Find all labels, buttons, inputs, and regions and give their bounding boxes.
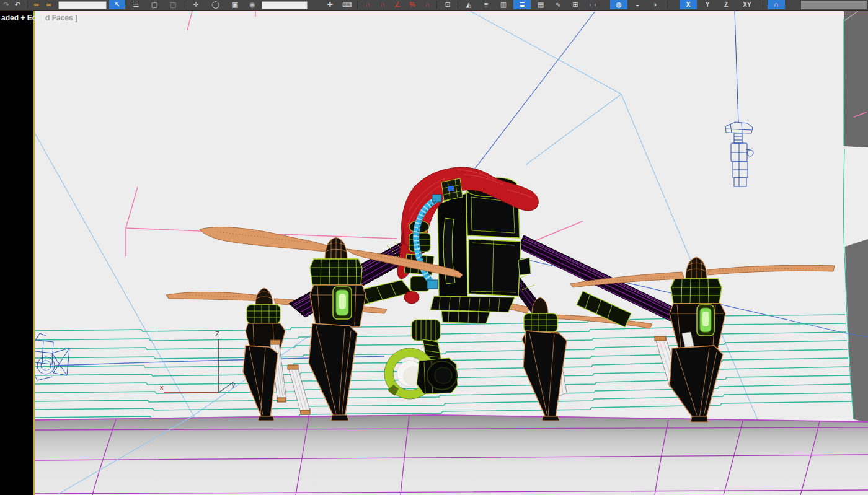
align-icon[interactable]: ≡ bbox=[479, 0, 494, 9]
percent-snap-icon[interactable]: % bbox=[405, 0, 419, 9]
docked-panel[interactable] bbox=[801, 1, 867, 9]
ground-plane[interactable] bbox=[34, 408, 868, 495]
left-viewport-panel[interactable] bbox=[0, 10, 33, 495]
graphite-ribbon-icon[interactable]: ▤ bbox=[533, 0, 548, 9]
axis-y-label: y bbox=[232, 381, 236, 388]
backdrop-dark-corner[interactable] bbox=[844, 11, 868, 147]
select-and-rotate-icon[interactable]: ◯ bbox=[207, 0, 224, 9]
snap-toggle-2d-icon[interactable]: ∩ bbox=[361, 0, 374, 9]
toggle-layer-explorer-icon[interactable]: ≣ bbox=[513, 0, 531, 9]
spinner-snap-icon[interactable]: ∩ bbox=[420, 0, 434, 9]
select-object-icon[interactable]: ↖ bbox=[109, 0, 125, 9]
keyboard-shortcut-override-icon[interactable]: ⌨ bbox=[340, 0, 355, 9]
viewport-canvas[interactable]: Z x y bbox=[0, 0, 868, 495]
rendered-frame-window-icon[interactable]: ▭ bbox=[585, 0, 600, 9]
select-and-manipulate-icon[interactable]: ✚ bbox=[322, 0, 337, 9]
xy-plane-constraint-button[interactable]: XY bbox=[737, 0, 758, 9]
redo-icon[interactable]: ↷ bbox=[1, 0, 11, 9]
angle-snap-icon[interactable]: ∠ bbox=[391, 0, 404, 9]
rectangular-selection-region-icon[interactable]: ▢ bbox=[146, 0, 162, 9]
y-axis-constraint-button[interactable]: Y bbox=[699, 0, 715, 9]
render-production-icon[interactable]: ◑ bbox=[647, 0, 662, 9]
reference-coordinate-system-combo[interactable] bbox=[262, 1, 308, 9]
snap-toggle-3d-icon[interactable]: ∩ bbox=[376, 0, 389, 9]
viewport-label-left-fragment: aded + Edge bbox=[1, 14, 45, 22]
axis-z-label: Z bbox=[215, 330, 219, 338]
selection-filter-combo[interactable] bbox=[58, 1, 107, 9]
z-axis-constraint-button[interactable]: Z bbox=[718, 0, 734, 9]
led-window-front-left bbox=[339, 294, 346, 309]
select-and-move-icon[interactable]: ✛ bbox=[187, 0, 205, 9]
undo-icon[interactable]: ↶ bbox=[12, 0, 22, 9]
active-viewport-border-left bbox=[33, 10, 35, 495]
fence-selection-region-icon[interactable]: ▢ bbox=[165, 0, 181, 9]
mirror-icon[interactable]: ◭ bbox=[461, 0, 476, 9]
main-toolbar: ↷ ↶ ∞ ∞ ↖ ☰ ▢ ▢ ✛ ◯ ▣ ◉ ✚ ⌨ ∩ ∩ ∠ % ∩ ⊡ … bbox=[0, 0, 868, 11]
viewport-shading-label[interactable]: aded + Edged Faces ] bbox=[1, 14, 78, 22]
3d-viewport-screen: ↷ ↶ ∞ ∞ ↖ ☰ ▢ ▢ ✛ ◯ ▣ ◉ ✚ ⌨ ∩ ∩ ∠ % ∩ ⊡ … bbox=[0, 0, 868, 495]
axis-x-label: x bbox=[160, 383, 164, 391]
schematic-view-icon[interactable]: ⊞ bbox=[568, 0, 583, 9]
x-axis-constraint-button[interactable]: X bbox=[680, 0, 697, 9]
select-and-scale-icon[interactable]: ▣ bbox=[227, 0, 243, 9]
toggle-scene-explorer-icon[interactable]: ▥ bbox=[496, 0, 511, 9]
viewport-label-right-fragment: d Faces ] bbox=[45, 14, 78, 22]
led-window-front-right bbox=[702, 312, 709, 326]
snaps-use-axis-constraints-icon[interactable]: ∩ bbox=[768, 0, 785, 9]
use-pivot-point-center-icon[interactable]: ◉ bbox=[246, 0, 259, 9]
render-setup-icon[interactable]: ◒ bbox=[630, 0, 645, 9]
curve-editor-icon[interactable]: ∿ bbox=[551, 0, 565, 9]
unlink-selection-icon[interactable]: ∞ bbox=[43, 0, 55, 9]
edit-named-selection-sets-icon[interactable]: ⊡ bbox=[440, 0, 455, 9]
select-and-link-icon[interactable]: ∞ bbox=[31, 0, 42, 9]
select-by-name-icon[interactable]: ☰ bbox=[128, 0, 144, 9]
material-editor-icon[interactable]: ◍ bbox=[610, 0, 627, 9]
